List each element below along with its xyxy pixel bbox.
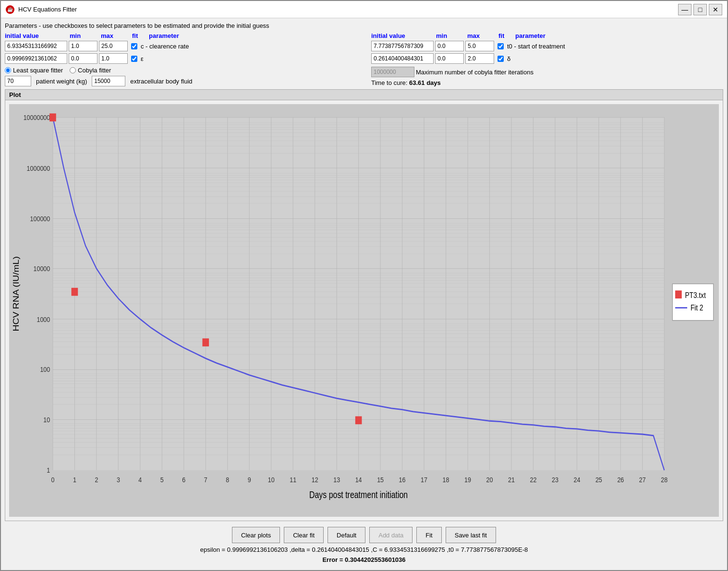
svg-text:10000: 10000 — [34, 264, 50, 273]
left-min-header: min — [70, 32, 101, 39]
c-fit-checkbox[interactable] — [131, 43, 137, 49]
svg-text:18: 18 — [443, 476, 449, 484]
delta-init-input[interactable] — [371, 53, 434, 64]
svg-text:20: 20 — [486, 476, 493, 484]
c-max-input[interactable] — [99, 41, 128, 51]
eps-param-label: ε — [141, 55, 144, 62]
svg-text:1000000: 1000000 — [27, 164, 50, 172]
params-section: Parameters - use checkboxes to select pa… — [5, 22, 723, 86]
title-bar: ☕ HCV Equations Fitter — □ ✕ — [1, 1, 727, 18]
bottom-section: Clear plots Clear fit Default Add data F… — [5, 524, 723, 566]
cobyla-iterations-input[interactable] — [371, 67, 414, 77]
left-param-row-0: c - clearence rate — [5, 41, 357, 51]
minimize-button[interactable]: — — [678, 4, 692, 15]
t0-fit-checkbox[interactable] — [497, 43, 504, 49]
plot-area: 1 10 100 1000 10000 100000 1000000 10000… — [5, 100, 723, 521]
least-square-radio[interactable] — [5, 67, 11, 73]
t0-init-input[interactable] — [371, 41, 434, 51]
fluid-label: extracellular body fluid — [130, 78, 192, 85]
eps-min-input[interactable] — [69, 53, 97, 64]
button-row: Clear plots Clear fit Default Add data F… — [232, 527, 496, 543]
cobyla-iterations-label: Maximum number of cobyla fitter iteratio… — [416, 69, 534, 76]
right-header-row: initial value min max fit parameter — [371, 32, 723, 39]
params-hint: Parameters - use checkboxes to select pa… — [5, 22, 723, 29]
svg-text:10000000: 10000000 — [24, 113, 50, 122]
svg-text:8: 8 — [226, 476, 229, 484]
svg-text:0: 0 — [51, 476, 54, 484]
cobyla-label: Cobyla fitter — [78, 67, 111, 74]
left-header-row: initial value min max fit parameter — [5, 32, 357, 39]
eps-init-input[interactable] — [5, 53, 67, 64]
weight-input[interactable] — [5, 76, 31, 86]
maximize-button[interactable]: □ — [693, 4, 707, 15]
svg-text:21: 21 — [508, 476, 515, 484]
svg-text:2: 2 — [95, 476, 98, 484]
window-title: HCV Equations Fitter — [18, 6, 77, 13]
left-init-header: initial value — [5, 32, 70, 39]
right-max-header: max — [467, 32, 498, 39]
delta-param-label: δ — [507, 55, 510, 62]
y-axis-label: HCV RNA (IU/mL) — [12, 256, 21, 331]
delta-fit-checkbox[interactable] — [497, 56, 504, 62]
c-init-input[interactable] — [5, 41, 67, 51]
svg-text:26: 26 — [617, 476, 624, 484]
cobyla-radio[interactable] — [70, 67, 76, 73]
left-max-header: max — [101, 32, 132, 39]
svg-text:19: 19 — [464, 476, 471, 484]
right-fit-header: fit — [498, 32, 515, 39]
chart-svg: 1 10 100 1000 10000 100000 1000000 10000… — [9, 104, 719, 517]
cobyla-radio-label[interactable]: Cobyla fitter — [70, 67, 111, 74]
status-equation: epsilon = 0.9996992136106203 ,delta = 0.… — [200, 546, 528, 553]
right-param-row-0: t0 - start of treatment — [371, 41, 723, 51]
fluid-input[interactable] — [92, 76, 125, 86]
delta-max-input[interactable] — [465, 53, 494, 64]
svg-text:9: 9 — [248, 476, 251, 484]
data-point-2 — [202, 338, 209, 346]
svg-text:PT3.txt: PT3.txt — [685, 290, 706, 299]
left-param-header: parameter — [149, 32, 179, 39]
least-square-radio-label[interactable]: Least square fitter — [5, 67, 63, 74]
svg-text:100: 100 — [40, 365, 50, 373]
save-last-fit-button[interactable]: Save last fit — [446, 527, 496, 543]
x-axis-label: Days post treatment initiation — [309, 490, 408, 500]
add-data-button[interactable]: Add data — [369, 527, 413, 543]
svg-text:23: 23 — [552, 476, 558, 484]
fit-button[interactable]: Fit — [416, 527, 441, 543]
time-to-cure-row: Time to cure: 63.61 days — [371, 79, 723, 86]
close-button[interactable]: ✕ — [709, 4, 722, 15]
main-content: Parameters - use checkboxes to select pa… — [1, 18, 727, 570]
svg-text:28: 28 — [661, 476, 667, 484]
plot-header: Plot — [5, 90, 723, 100]
plot-section: Plot — [5, 89, 723, 521]
svg-text:100000: 100000 — [30, 214, 50, 223]
right-init-header: initial value — [371, 32, 436, 39]
eps-max-input[interactable] — [99, 53, 128, 64]
svg-text:6: 6 — [182, 476, 185, 484]
svg-rect-138 — [672, 284, 713, 321]
svg-text:14: 14 — [355, 476, 362, 484]
right-param-header: parameter — [515, 32, 546, 39]
delta-min-input[interactable] — [435, 53, 464, 64]
t0-max-input[interactable] — [465, 41, 494, 51]
left-params: initial value min max fit parameter c - … — [5, 32, 357, 86]
clear-plots-button[interactable]: Clear plots — [232, 527, 280, 543]
data-point-1 — [72, 288, 78, 296]
svg-rect-139 — [675, 290, 682, 298]
chart-container: 1 10 100 1000 10000 100000 1000000 10000… — [9, 104, 719, 517]
svg-text:10: 10 — [268, 476, 275, 484]
right-min-header: min — [436, 32, 467, 39]
left-fit-header: fit — [132, 32, 149, 39]
t0-min-input[interactable] — [435, 41, 464, 51]
svg-text:1000: 1000 — [36, 315, 50, 323]
data-point-3 — [355, 416, 362, 425]
svg-text:13: 13 — [333, 476, 340, 484]
svg-text:7: 7 — [204, 476, 207, 484]
svg-text:5: 5 — [160, 476, 164, 484]
status-error: Error = 0.3044202553601036 — [322, 556, 405, 563]
default-button[interactable]: Default — [328, 527, 365, 543]
eps-fit-checkbox[interactable] — [131, 56, 137, 62]
right-params: initial value min max fit parameter t0 -… — [371, 32, 723, 86]
time-to-cure-text: Time to cure: 63.61 days — [371, 79, 441, 86]
c-min-input[interactable] — [69, 41, 97, 51]
clear-fit-button[interactable]: Clear fit — [284, 527, 324, 543]
